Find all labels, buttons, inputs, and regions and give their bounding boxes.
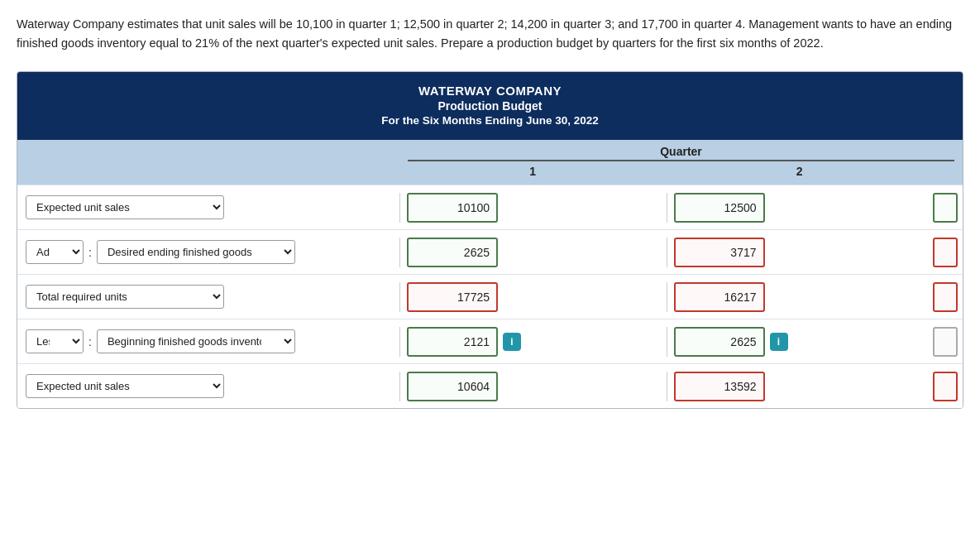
row-label-area-2: Add Less : Desired ending finished goods… <box>17 240 399 264</box>
label-select-1[interactable]: Expected unit sales Total required units <box>26 195 224 219</box>
colon-4: : <box>88 335 92 348</box>
quarter-2-number: 2 <box>667 165 934 178</box>
q1-info-btn-4[interactable]: i <box>503 333 521 351</box>
q1-input-1[interactable] <box>407 193 498 223</box>
company-name: WATERWAY COMPANY <box>26 84 954 98</box>
budget-title: Production Budget <box>26 99 954 113</box>
extra-input-1[interactable] <box>933 193 958 223</box>
label-select-2[interactable]: Desired ending finished goods Beginning … <box>97 240 295 264</box>
prefix-select-4[interactable]: Less Add <box>26 329 84 353</box>
q2-cell-2 <box>667 238 934 267</box>
quarter-1-number: 1 <box>399 165 667 178</box>
colon-2: : <box>88 246 92 259</box>
extra-input-2[interactable] <box>933 238 958 267</box>
q2-input-1[interactable] <box>674 193 765 223</box>
prefix-select-2[interactable]: Add Less <box>26 240 84 264</box>
extra-col-2 <box>933 238 963 267</box>
extra-input-5[interactable] <box>933 372 958 401</box>
row-beginning-inventory: Less Add : Beginning finished goods inve… <box>17 319 963 363</box>
extra-col-1 <box>933 193 963 223</box>
label-select-4[interactable]: Beginning finished goods inventory Desir… <box>97 329 295 353</box>
row-label-area-3: Total required units Expected unit sales <box>17 285 399 309</box>
q1-input-5[interactable] <box>407 372 498 401</box>
extra-col-5 <box>933 372 963 401</box>
q2-cell-4: i <box>667 327 934 357</box>
q1-cell-3 <box>399 282 667 312</box>
row-label-area-5: Expected unit sales Total required units <box>17 374 399 398</box>
quarter-label-row: Quarter <box>17 140 963 161</box>
production-budget-table: WATERWAY COMPANY Production Budget For t… <box>17 71 963 409</box>
row-production-units: Expected unit sales Total required units <box>17 363 963 408</box>
q2-cell-5 <box>667 372 934 401</box>
q2-info-btn-4[interactable]: i <box>770 333 788 351</box>
q2-input-2[interactable] <box>674 238 765 267</box>
q1-cell-5 <box>399 372 667 401</box>
q1-input-3[interactable] <box>407 282 498 312</box>
extra-input-4[interactable] <box>933 327 958 357</box>
row-expected-unit-sales: Expected unit sales Total required units <box>17 185 963 229</box>
table-header: WATERWAY COMPANY Production Budget For t… <box>17 72 963 140</box>
q1-cell-1 <box>399 193 667 223</box>
extra-col-3 <box>933 282 963 312</box>
quarter-label: Quarter <box>399 145 963 158</box>
q2-cell-3 <box>667 282 934 312</box>
q2-input-4[interactable] <box>674 327 765 357</box>
q1-input-2[interactable] <box>407 238 498 267</box>
q2-cell-1 <box>667 193 934 223</box>
label-select-5[interactable]: Expected unit sales Total required units <box>26 374 224 398</box>
period: For the Six Months Ending June 30, 2022 <box>26 114 954 127</box>
quarter-header: Quarter <box>399 145 963 161</box>
q1-cell-4: i <box>399 327 667 357</box>
q2-input-5[interactable] <box>674 372 765 401</box>
q1-cell-2 <box>399 238 667 267</box>
extra-col-4 <box>933 327 963 357</box>
q1-input-4[interactable] <box>407 327 498 357</box>
row-desired-ending: Add Less : Desired ending finished goods… <box>17 229 963 274</box>
extra-input-3[interactable] <box>933 282 958 312</box>
q2-input-3[interactable] <box>674 282 765 312</box>
row-label-area-4: Less Add : Beginning finished goods inve… <box>17 329 399 353</box>
quarter-num-row: 1 2 <box>17 161 963 185</box>
label-select-3[interactable]: Total required units Expected unit sales <box>26 285 224 309</box>
row-total-required: Total required units Expected unit sales <box>17 274 963 319</box>
intro-paragraph: Waterway Company estimates that unit sal… <box>17 15 959 53</box>
row-label-area-1: Expected unit sales Total required units <box>17 195 399 219</box>
